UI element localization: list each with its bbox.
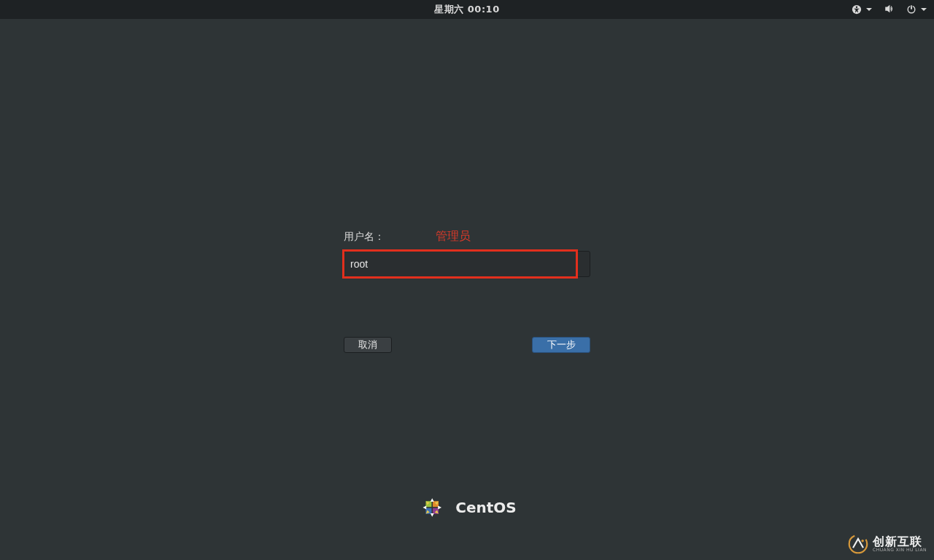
annotation-admin: 管理员 [436,229,471,244]
next-button[interactable]: 下一步 [532,337,590,353]
username-input[interactable] [344,251,590,277]
clock[interactable]: 星期六 00:10 [434,3,499,16]
username-input-wrap [344,251,590,277]
watermark-text-cn: 创新互联 [873,536,927,548]
svg-marker-17 [438,506,441,510]
power-icon [906,4,916,15]
top-panel: 星期六 00:10 [0,0,934,19]
button-row: 取消 下一步 [344,337,590,353]
watermark-logo-icon [848,534,868,554]
watermark-text-en: CHUANG XIN HU LIAN [873,548,927,552]
username-label: 用户名： [344,230,385,244]
power-menu[interactable] [906,4,927,15]
cancel-button[interactable]: 取消 [344,337,392,353]
os-name: CentOS [455,499,516,516]
volume-icon [884,4,895,14]
os-branding: CentOS [417,493,516,522]
volume-button[interactable] [884,4,895,16]
svg-point-1 [856,6,857,7]
svg-marker-15 [431,513,434,517]
watermark: 创新互联 CHUANG XIN HU LIAN [848,534,927,554]
login-form: 用户名： 管理员 [344,230,590,277]
accessibility-icon [852,4,862,15]
svg-point-19 [861,540,864,542]
chevron-down-icon [921,8,927,11]
accessibility-menu[interactable] [852,4,872,15]
chevron-down-icon [866,8,872,11]
svg-marker-16 [422,506,426,510]
centos-logo-icon [417,493,447,522]
svg-marker-14 [431,498,434,502]
